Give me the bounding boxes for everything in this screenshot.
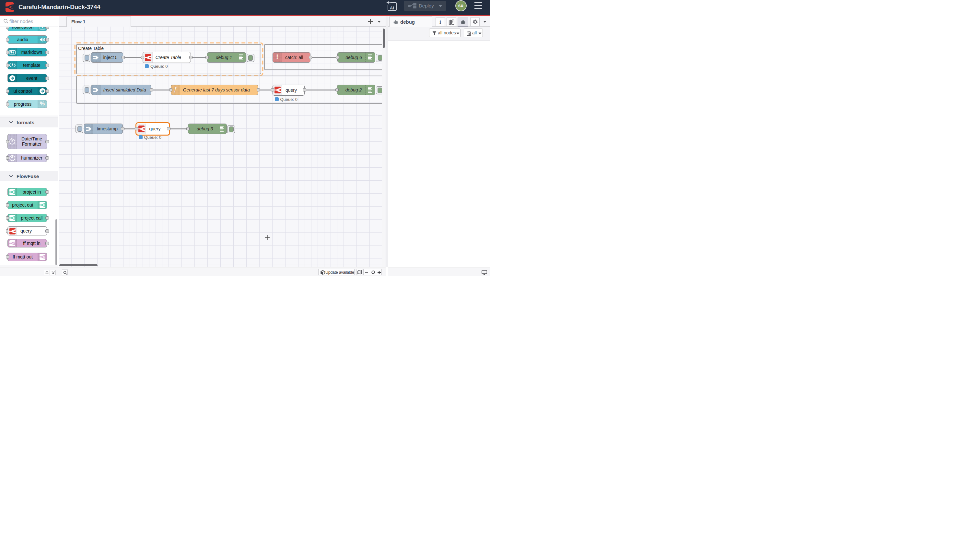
svg-text:AI: AI [390, 5, 394, 10]
